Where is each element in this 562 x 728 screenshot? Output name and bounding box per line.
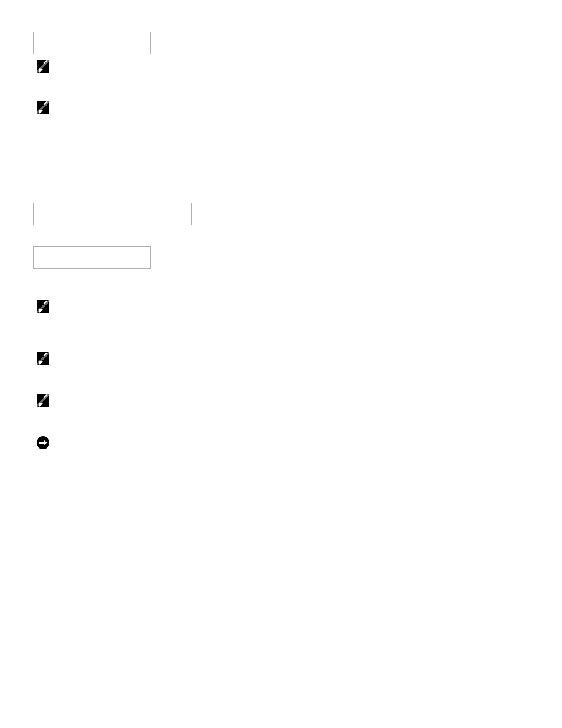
edit-pencil-icon[interactable] bbox=[37, 300, 49, 313]
edit-pencil-icon[interactable] bbox=[37, 60, 49, 73]
text-input-3[interactable] bbox=[33, 246, 151, 269]
text-input-1[interactable] bbox=[33, 32, 151, 54]
arrow-right-circle-icon[interactable] bbox=[37, 436, 49, 449]
edit-pencil-icon[interactable] bbox=[37, 101, 49, 114]
text-input-2[interactable] bbox=[33, 203, 192, 225]
edit-pencil-icon[interactable] bbox=[37, 394, 49, 407]
edit-pencil-icon[interactable] bbox=[37, 352, 49, 365]
